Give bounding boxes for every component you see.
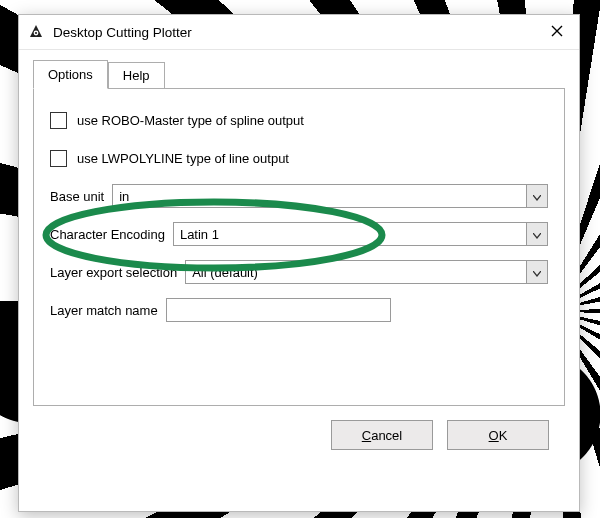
robo-checkbox[interactable] — [50, 112, 67, 129]
tab-panel-options: use ROBO-Master type of spline output us… — [33, 88, 565, 406]
button-bar: Cancel OK — [33, 406, 565, 466]
tab-label: Help — [123, 68, 150, 83]
lwpoly-checkbox-label: use LWPOLYLINE type of line output — [77, 151, 289, 166]
chevron-down-icon — [533, 265, 541, 280]
layer-match-label: Layer match name — [50, 303, 158, 318]
chevron-down-icon — [533, 227, 541, 242]
row-base-unit: Base unit in — [50, 183, 548, 209]
row-layer-export: Layer export selection All (default) — [50, 259, 548, 285]
lwpoly-checkbox[interactable] — [50, 150, 67, 167]
dialog-window: Desktop Cutting Plotter Options Help use… — [18, 14, 580, 512]
char-encoding-value: Latin 1 — [174, 227, 526, 242]
base-unit-label: Base unit — [50, 189, 104, 204]
tab-options[interactable]: Options — [33, 60, 108, 89]
ok-button-label: OK — [489, 428, 508, 443]
base-unit-value: in — [113, 189, 526, 204]
cancel-button-label: Cancel — [362, 428, 402, 443]
base-unit-dropdown-button[interactable] — [526, 185, 547, 207]
char-encoding-dropdown-button[interactable] — [526, 223, 547, 245]
cancel-button[interactable]: Cancel — [331, 420, 433, 450]
close-icon — [551, 25, 563, 40]
robo-checkbox-label: use ROBO-Master type of spline output — [77, 113, 304, 128]
row-lwpoly-checkbox: use LWPOLYLINE type of line output — [50, 145, 548, 171]
layer-export-label: Layer export selection — [50, 265, 177, 280]
titlebar: Desktop Cutting Plotter — [19, 15, 579, 50]
char-encoding-label: Character Encoding — [50, 227, 165, 242]
row-layer-match: Layer match name — [50, 297, 548, 323]
tab-help[interactable]: Help — [108, 62, 165, 89]
char-encoding-combo[interactable]: Latin 1 — [173, 222, 548, 246]
layer-export-value: All (default) — [186, 265, 526, 280]
ok-button[interactable]: OK — [447, 420, 549, 450]
window-title: Desktop Cutting Plotter — [53, 25, 535, 40]
base-unit-combo[interactable]: in — [112, 184, 548, 208]
tab-label: Options — [48, 67, 93, 82]
layer-match-input[interactable] — [166, 298, 391, 322]
chevron-down-icon — [533, 189, 541, 204]
close-button[interactable] — [535, 15, 579, 49]
tabstrip: Options Help — [33, 61, 565, 89]
row-char-encoding: Character Encoding Latin 1 — [50, 221, 548, 247]
app-icon — [27, 23, 45, 41]
svg-point-1 — [35, 32, 37, 34]
layer-export-dropdown-button[interactable] — [526, 261, 547, 283]
layer-export-combo[interactable]: All (default) — [185, 260, 548, 284]
client-area: Options Help use ROBO-Master type of spl… — [19, 50, 579, 511]
row-robo-checkbox: use ROBO-Master type of spline output — [50, 107, 548, 133]
